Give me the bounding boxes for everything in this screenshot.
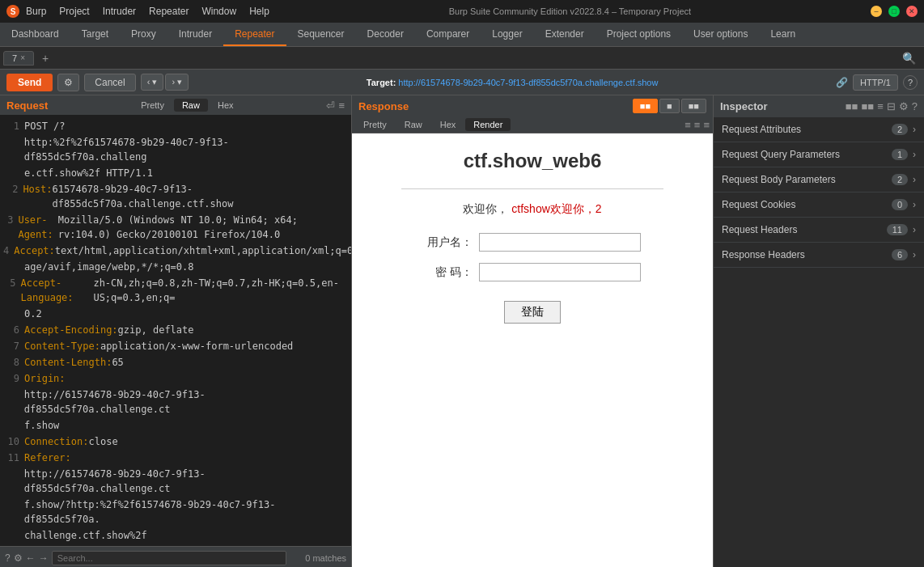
menu-window[interactable]: Window [201,6,236,17]
nav-tab-target[interactable]: Target [70,23,120,46]
menu-repeater[interactable]: Repeater [149,6,189,17]
response-toggle-icon2[interactable]: ≡ [694,119,701,131]
tab-response-raw[interactable]: Raw [396,118,430,131]
tab-bar: 7 × + 🔍 [0,47,924,70]
tab-label: 7 [12,53,17,63]
tab-response-render[interactable]: Render [465,118,511,131]
request-panel: Request Pretty Raw Hex ⏎ ≡ 1 POST /? htt… [0,95,352,567]
nav-tab-logger[interactable]: Logger [481,23,533,46]
response-toggle-icon1[interactable]: ≡ [685,119,691,131]
cancel-button[interactable]: Cancel [84,74,135,91]
inspector-count: 11 [887,224,908,235]
tab-raw[interactable]: Raw [174,99,208,112]
request-line-9b: http://61574678-9b29-40c7-9f13-df855dc5f… [3,387,348,417]
view-split-button[interactable]: ■■ [633,99,658,113]
render-frame: ctf.show_web6 欢迎你， ctfshow欢迎你，2 用户名： 密 码… [352,133,713,567]
request-line-11b: http://61574678-9b29-40c7-9f13-df855dc5f… [3,466,348,497]
tab-response-pretty[interactable]: Pretty [355,118,395,131]
nav-tab-dashboard[interactable]: Dashboard [0,23,70,46]
tab-pretty[interactable]: Pretty [133,99,172,112]
nav-tab-project-options[interactable]: Project options [596,23,682,46]
username-row: 用户名： [424,233,641,252]
search-input[interactable] [52,551,286,565]
nav-tab-user-options[interactable]: User options [682,23,759,46]
tab-response-hex[interactable]: Hex [432,118,464,131]
request-body[interactable]: 1 POST /? http:%2f%2f61574678-9b29-40c7-… [0,115,351,546]
inspector-row-request-attributes[interactable]: Request Attributes 2 › [714,117,924,142]
search-bar: ? ⚙ ← → 0 matches [0,546,351,567]
request-line-11c: f.show/?http:%2f%2f61574678-9b29-40c7-9f… [3,497,348,527]
search-prev-icon[interactable]: ← [26,552,36,564]
inspector-icon-collapse[interactable]: ⊟ [887,100,896,112]
inspector-icon-grid[interactable]: ■■ [861,100,874,112]
request-line-11: 11 Referer: [3,450,348,466]
nav-tab-sequencer[interactable]: Sequencer [286,23,356,46]
request-line-10: 10 Connection: close [3,434,348,450]
response-panel-header: Response ■■ ■ ■■ [352,95,713,116]
nav-tab-intruder[interactable]: Intruder [167,23,223,46]
request-panel-icons: ⏎ ≡ [326,99,345,112]
menu-intruder[interactable]: Intruder [103,6,136,17]
settings-icon-button[interactable]: ⚙ [57,74,79,91]
inspector-row-cookies[interactable]: Request Cookies 0 › [714,193,924,218]
inspector-row-body-params[interactable]: Request Body Parameters 2 › [714,167,924,193]
username-input[interactable] [479,233,641,252]
lines-icon[interactable]: ≡ [338,99,345,112]
response-menu-icon[interactable]: ≡ [703,119,710,131]
inspector-icon-settings[interactable]: ⚙ [899,100,909,112]
tab-7[interactable]: 7 × [3,51,34,66]
help-button[interactable]: ? [903,75,918,90]
send-button[interactable]: Send [6,74,53,91]
app-icon: S [6,5,19,18]
close-button[interactable]: ✕ [906,6,918,17]
response-panel-icons: ≡ ≡ ≡ [685,119,710,131]
nav-tab-extender[interactable]: Extender [534,23,596,46]
request-panel-header: Request Pretty Raw Hex ⏎ ≡ [0,95,351,115]
tab-add-button[interactable]: + [36,50,55,66]
login-button[interactable]: 登陆 [504,301,561,324]
menu-burp[interactable]: Burp [26,6,46,17]
inspector-row-req-headers[interactable]: Request Headers 11 › [714,218,924,243]
password-input[interactable] [479,263,641,281]
minimize-button[interactable]: – [871,6,882,17]
search-next-icon[interactable]: → [39,552,49,564]
menu-project[interactable]: Project [59,6,89,17]
nav-tab-comparer[interactable]: Comparer [415,23,481,46]
chevron-down-icon: › [913,124,916,135]
inspector-row-query-params[interactable]: Request Query Parameters 1 › [714,142,924,167]
request-subtabs: Pretty Raw Hex [133,99,241,112]
nav-tab-proxy[interactable]: Proxy [120,23,167,46]
render-welcome-text: 欢迎你， ctfshow欢迎你，2 [463,202,601,217]
nav-tab-repeater[interactable]: Repeater [223,23,286,46]
link-icon[interactable]: 🔗 [836,77,848,88]
inspector-label: Request Query Parameters [722,149,840,160]
inspector-icon-lines[interactable]: ≡ [877,100,884,112]
nav-tab-learn[interactable]: Learn [759,23,807,46]
chevron-down-icon: › [913,224,916,235]
nav-next-button[interactable]: › ▾ [165,74,189,91]
wrap-icon[interactable]: ⏎ [326,99,335,112]
nav-prev-button[interactable]: ‹ ▾ [141,74,164,91]
request-line-url2: e.ctf.show%2f HTTP/1.1 [3,165,348,181]
view-single-button[interactable]: ■ [659,99,680,113]
http-version-button[interactable]: HTTP/1 [853,74,898,91]
request-panel-title: Request [6,99,48,112]
toolbar: Send ⚙ Cancel ‹ ▾ › ▾ Target: http://615… [0,70,924,95]
search-settings-icon[interactable]: ⚙ [14,552,23,564]
nav-tab-decoder[interactable]: Decoder [356,23,415,46]
tab-close-icon[interactable]: × [20,53,25,62]
inspector-icon-help[interactable]: ? [912,100,918,112]
inspector-title: Inspector [720,100,768,112]
tab-hex[interactable]: Hex [210,99,242,112]
menu-help[interactable]: Help [249,6,269,17]
search-help-icon[interactable]: ? [5,552,11,564]
response-panel: Response ■■ ■ ■■ Pretty Raw Hex Render ≡… [352,95,714,567]
maximize-button[interactable]: □ [888,6,900,17]
tab-search-icon[interactable]: 🔍 [902,52,921,65]
inspector-panel: Inspector ■■ ■■ ≡ ⊟ ⚙ ? Request Attribut… [714,95,924,567]
inspector-row-res-headers[interactable]: Response Headers 6 › [714,243,924,268]
response-panel-title: Response [358,100,409,112]
view-stacked-button[interactable]: ■■ [681,99,706,113]
inspector-icon-list[interactable]: ■■ [846,100,858,112]
inspector-items: Request Attributes 2 › Request Query Par… [714,117,924,567]
